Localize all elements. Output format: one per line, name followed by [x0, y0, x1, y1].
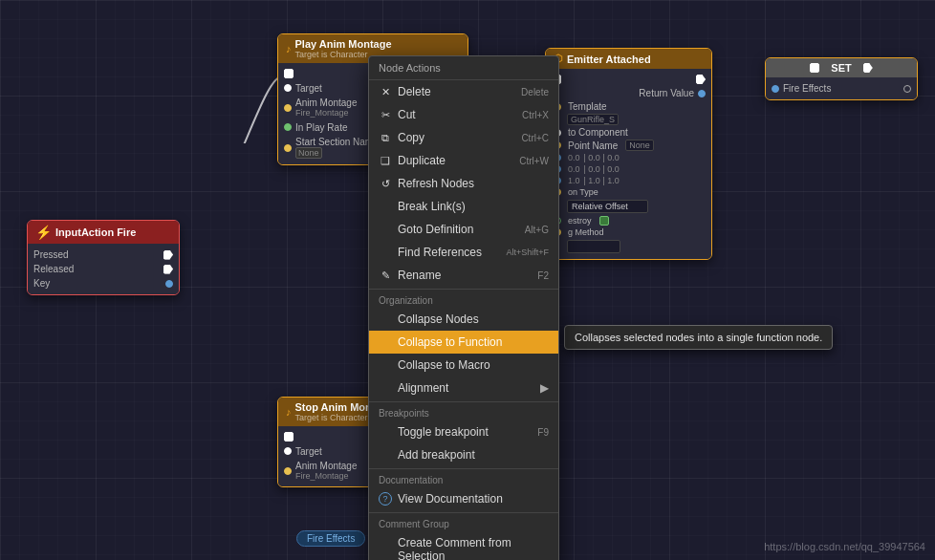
- rotation-field: 0.0 | 0.0 | 0.0: [546, 163, 711, 175]
- menu-separator-3: [369, 468, 558, 469]
- return-value-pin: Return Value: [546, 86, 711, 100]
- context-menu[interactable]: Node Actions ✕ Delete Delete ✂ Cut Ctrl+…: [368, 55, 559, 560]
- menu-item-goto-definition[interactable]: Goto Definition Alt+G: [369, 218, 558, 241]
- template-value-field: GunRifle_S: [546, 113, 711, 126]
- watermark: https://blog.csdn.net/qq_39947564: [764, 541, 925, 552]
- menu-separator-4: [369, 512, 558, 513]
- pin-key: Key: [28, 276, 179, 291]
- fire-effects-badge[interactable]: Fire Effects: [296, 530, 365, 547]
- relative-offset-dropdown[interactable]: Relative Offset: [546, 198, 711, 215]
- input-action-fire-node[interactable]: ⚡ InputAction Fire Pressed Released Key: [27, 220, 180, 295]
- menu-item-duplicate[interactable]: ❑ Duplicate Ctrl+W: [369, 149, 558, 172]
- menu-separator-2: [369, 401, 558, 402]
- menu-item-copy[interactable]: ⧉ Copy Ctrl+C: [369, 126, 558, 149]
- toggle-bp-icon: [379, 425, 392, 439]
- location-field: 0.0 | 0.0 | 0.0: [546, 152, 711, 163]
- menu-item-view-documentation[interactable]: ? View Documentation: [369, 487, 558, 510]
- context-menu-title: Node Actions: [369, 56, 558, 80]
- break-links-icon: [379, 200, 392, 213]
- menu-item-rename[interactable]: ✎ Rename F2: [369, 264, 558, 287]
- emitter-attached-node[interactable]: ⬡ Emitter Attached Return Value Template…: [545, 48, 712, 260]
- pin-released: Released: [28, 262, 179, 276]
- menu-separator: [369, 289, 558, 290]
- collapse-macro-icon: [379, 358, 392, 372]
- pin-fire-effects: Fire Effects: [766, 81, 917, 96]
- location-type-field: on Type: [546, 186, 711, 198]
- alignment-icon: [379, 381, 392, 395]
- add-bp-icon: [379, 448, 392, 462]
- menu-item-add-breakpoint[interactable]: Add breakpoint: [369, 443, 558, 466]
- method-dropdown[interactable]: [546, 238, 711, 255]
- duplicate-icon: ❑: [379, 154, 392, 167]
- node-header: ⬡ Emitter Attached: [546, 49, 711, 69]
- menu-item-find-references[interactable]: Find References Alt+Shift+F: [369, 241, 558, 264]
- menu-item-collapse-to-macro[interactable]: Collapse to Macro: [369, 354, 558, 377]
- section-organization-label: Organization: [369, 291, 558, 308]
- menu-item-alignment[interactable]: Alignment ▶: [369, 377, 558, 399]
- pin-pressed: Pressed: [28, 248, 179, 262]
- destroy-field: estroy: [546, 215, 711, 226]
- menu-item-collapse-nodes[interactable]: Collapse Nodes: [369, 308, 558, 331]
- scale-field: 1.0 | 1.0 | 1.0: [546, 175, 711, 186]
- cut-icon: ✂: [379, 108, 392, 121]
- node-header: ⚡ InputAction Fire: [28, 221, 179, 244]
- to-component-field: to Component: [546, 126, 711, 139]
- pin-exec-in: [546, 73, 711, 86]
- point-name-field: Point Name None: [546, 139, 711, 152]
- menu-item-refresh-nodes[interactable]: ↺ Refresh Nodes: [369, 172, 558, 195]
- section-breakpoints-label: Breakpoints: [369, 404, 558, 420]
- tooltip: Collapses selected nodes into a single f…: [564, 325, 833, 350]
- set-node[interactable]: SET Fire Effects: [765, 57, 918, 100]
- copy-icon: ⧉: [379, 131, 392, 144]
- comment-icon: [379, 543, 392, 556]
- rename-icon: ✎: [379, 269, 392, 282]
- section-documentation-label: Documentation: [369, 471, 558, 487]
- template-field: Template: [546, 100, 711, 113]
- menu-item-delete[interactable]: ✕ Delete Delete: [369, 80, 558, 103]
- section-comment-label: Comment Group: [369, 515, 558, 531]
- goto-icon: [379, 223, 392, 236]
- collapse-function-icon: [379, 335, 392, 349]
- delete-icon: ✕: [379, 85, 392, 98]
- find-icon: [379, 246, 392, 259]
- submenu-arrow: ▶: [540, 381, 549, 395]
- refresh-icon: ↺: [379, 177, 392, 190]
- method-field: g Method: [546, 226, 711, 238]
- node-header: SET: [766, 58, 917, 77]
- menu-item-break-links[interactable]: Break Link(s): [369, 195, 558, 218]
- menu-item-cut[interactable]: ✂ Cut Ctrl+X: [369, 103, 558, 126]
- menu-item-collapse-to-function[interactable]: Collapse to Function: [369, 331, 558, 354]
- docs-icon: ?: [379, 492, 392, 506]
- menu-item-create-comment[interactable]: Create Comment from Selection: [369, 531, 558, 560]
- collapse-icon: [379, 312, 392, 326]
- menu-item-toggle-breakpoint[interactable]: Toggle breakpoint F9: [369, 420, 558, 443]
